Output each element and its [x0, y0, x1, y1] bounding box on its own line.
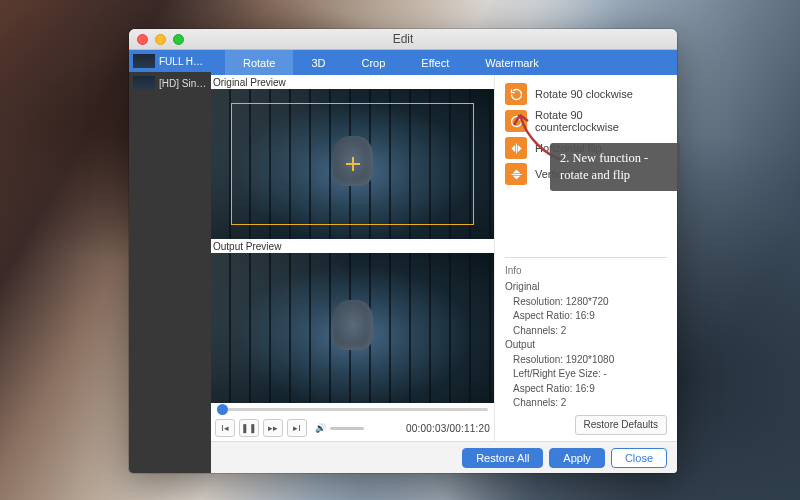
info-original-channels: Channels: 2 [505, 324, 667, 339]
desktop-wallpaper: Edit FULL HD ... [HD] Sing-... Rotate 3D… [0, 0, 800, 500]
output-preview [211, 253, 494, 403]
option-label: Rotate 90 clockwise [535, 88, 633, 100]
info-output-label: Output [505, 338, 667, 353]
edit-window: Edit FULL HD ... [HD] Sing-... Rotate 3D… [129, 29, 677, 473]
info-original-label: Original [505, 280, 667, 295]
apply-button[interactable]: Apply [549, 448, 605, 468]
volume-slider[interactable] [330, 427, 364, 430]
flip-horizontal-icon [505, 137, 527, 159]
rotate-cw-icon [505, 83, 527, 105]
playback-time: 00:00:03/00:11:20 [406, 423, 490, 434]
tab-effect[interactable]: Effect [403, 50, 467, 75]
original-preview-label: Original Preview [211, 75, 494, 89]
info-original-resolution: Resolution: 1280*720 [505, 295, 667, 310]
svg-rect-1 [511, 174, 521, 175]
crop-center-icon[interactable] [346, 157, 360, 171]
info-output-channels: Channels: 2 [505, 396, 667, 411]
clip-thumb-icon [133, 54, 155, 68]
option-label: Rotate 90 counterclockwise [535, 109, 667, 133]
info-panel: Info Original Resolution: 1280*720 Aspec… [505, 257, 667, 436]
options-panel: Rotate 90 clockwise Rotate 90 counterclo… [495, 75, 677, 441]
close-button[interactable]: Close [611, 448, 667, 468]
annotation-callout: 2. New function - rotate and flip [550, 143, 680, 191]
restore-defaults-button[interactable]: Restore Defaults [575, 415, 667, 436]
footer: Restore All Apply Close [211, 441, 677, 473]
prev-frame-button[interactable]: I◂ [215, 419, 235, 437]
seek-bar[interactable] [211, 403, 494, 415]
restore-all-button[interactable]: Restore All [462, 448, 543, 468]
rotate-ccw-option[interactable]: Rotate 90 counterclockwise [505, 109, 667, 133]
preview-content [333, 136, 373, 186]
tab-crop[interactable]: Crop [343, 50, 403, 75]
preview-column: Original Preview Output Preview [211, 75, 495, 441]
info-output-eyesize: Left/Right Eye Size: - [505, 367, 667, 382]
original-preview[interactable] [211, 89, 494, 239]
window-title: Edit [129, 32, 677, 46]
edit-tabs: Rotate 3D Crop Effect Watermark [211, 50, 677, 75]
info-output-resolution: Resolution: 1920*1080 [505, 353, 667, 368]
preview-content [333, 300, 373, 350]
clip-label: [HD] Sing-... [159, 78, 207, 89]
fast-forward-button[interactable]: ▸▸ [263, 419, 283, 437]
sidebar-item-clip-1[interactable]: [HD] Sing-... [129, 72, 211, 94]
sidebar-item-clip-0[interactable]: FULL HD ... [129, 50, 211, 72]
info-heading: Info [505, 264, 667, 279]
play-pause-button[interactable]: ❚❚ [239, 419, 259, 437]
rotate-ccw-icon [505, 110, 527, 132]
player-controls: I◂ ❚❚ ▸▸ ▸I 🔊 00:00:03/00:11:20 [211, 415, 494, 441]
tab-watermark[interactable]: Watermark [467, 50, 556, 75]
output-preview-label: Output Preview [211, 239, 494, 253]
clip-thumb-icon [133, 76, 155, 90]
rotate-cw-option[interactable]: Rotate 90 clockwise [505, 83, 667, 105]
next-frame-button[interactable]: ▸I [287, 419, 307, 437]
clip-label: FULL HD ... [159, 56, 207, 67]
info-original-aspect: Aspect Ratio: 16:9 [505, 309, 667, 324]
flip-vertical-icon [505, 163, 527, 185]
tab-rotate[interactable]: Rotate [225, 50, 293, 75]
svg-rect-0 [516, 143, 517, 153]
clip-sidebar: FULL HD ... [HD] Sing-... [129, 50, 211, 473]
titlebar: Edit [129, 29, 677, 50]
seek-thumb[interactable] [217, 404, 228, 415]
volume-icon[interactable]: 🔊 [313, 419, 327, 437]
tab-3d[interactable]: 3D [293, 50, 343, 75]
info-output-aspect: Aspect Ratio: 16:9 [505, 382, 667, 397]
